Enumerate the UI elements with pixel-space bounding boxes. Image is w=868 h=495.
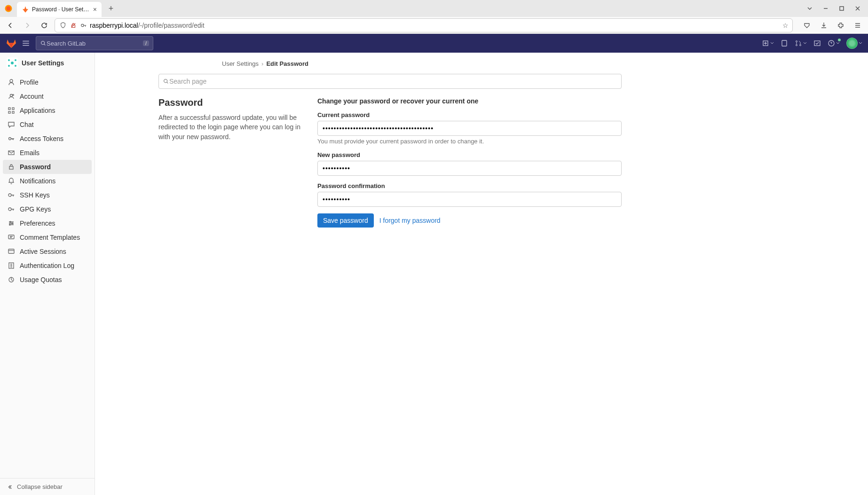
svg-point-18 [15,59,16,61]
breadcrumb-root[interactable]: User Settings [222,60,259,67]
sidebar-item-label: GPG Keys [20,205,51,213]
sidebar-item-access-tokens[interactable]: Access Tokens [3,132,92,146]
extensions-icon[interactable] [834,19,847,32]
breadcrumb-separator-icon: › [261,60,263,67]
collapse-sidebar-button[interactable]: Collapse sidebar [0,479,95,495]
sidebar-item-applications[interactable]: Applications [3,103,92,118]
current-password-input[interactable] [317,121,622,136]
bookmark-star-icon[interactable]: ☆ [782,22,789,29]
sidebar-item-chat[interactable]: Chat [3,118,92,132]
search-icon [163,78,169,85]
sidebar-item-label: Comment Templates [20,234,80,241]
sliders-icon [8,220,15,227]
shield-icon [59,22,67,29]
sidebar-item-comment-templates[interactable]: Comment Templates [3,230,92,244]
confirm-password-input[interactable] [317,192,622,207]
browser-tab-strip: Password · User Settings × + [0,0,868,17]
chat-icon [8,121,15,128]
help-dropdown[interactable] [828,39,840,47]
svg-rect-27 [12,111,14,113]
sidebar-item-profile[interactable]: Profile [3,75,92,89]
svg-point-20 [15,65,16,67]
sidebar-item-gpg-keys[interactable]: GPG Keys [3,202,92,216]
svg-point-19 [8,65,10,67]
new-password-label: New password [317,151,622,158]
log-icon [8,262,15,269]
forgot-password-link[interactable]: I forgot my password [379,217,441,224]
downloads-icon[interactable] [817,19,830,32]
search-page-input[interactable] [169,78,617,85]
svg-rect-37 [8,249,14,253]
pocket-icon[interactable] [800,19,813,32]
collapse-sidebar-label: Collapse sidebar [17,483,63,490]
svg-rect-30 [9,166,13,169]
sidebar-item-authentication-log[interactable]: Authentication Log [3,259,92,273]
reload-button[interactable] [38,19,51,32]
sidebar-header[interactable]: User Settings [0,53,95,73]
svg-point-28 [9,138,11,140]
create-new-dropdown[interactable] [762,39,774,47]
lock-icon [8,163,15,171]
sidebar-item-label: Emails [20,149,39,157]
gitlab-search[interactable]: / [36,36,153,50]
svg-point-23 [13,94,14,96]
collapse-icon [7,484,13,490]
token-icon [8,135,15,142]
sidebar-item-active-sessions[interactable]: Active Sessions [3,244,92,259]
window-close-button[interactable] [851,2,864,15]
svg-point-11 [796,45,797,46]
sidebar-item-account[interactable]: Account [3,89,92,103]
sidebar-item-label: Preferences [20,220,55,227]
svg-rect-3 [840,7,844,10]
gitlab-favicon-icon [22,6,29,13]
app-menu-icon[interactable] [851,19,864,32]
svg-point-21 [10,79,13,82]
user-menu-dropdown[interactable] [846,38,862,49]
gitlab-logo-icon[interactable] [6,38,17,49]
svg-point-31 [8,194,11,196]
gitlab-search-input[interactable] [47,40,143,47]
key-icon [8,205,15,213]
sidebar-item-label: Access Tokens [20,135,63,142]
tabs-dropdown-icon[interactable] [803,2,816,15]
svg-rect-24 [8,108,10,110]
sidebar-item-emails[interactable]: Emails [3,146,92,160]
svg-point-1 [7,7,11,11]
window-maximize-button[interactable] [835,2,848,15]
svg-point-40 [164,79,167,83]
todos-icon[interactable] [813,39,821,47]
sidebar-item-usage-quotas[interactable]: Usage Quotas [3,273,92,287]
search-shortcut-badge: / [143,40,149,46]
main-content: User Settings › Edit Password Password A… [95,53,868,495]
page-description: After a successful password update, you … [158,113,302,141]
svg-point-16 [11,62,14,64]
hamburger-menu-icon[interactable] [22,39,31,47]
save-password-button[interactable]: Save password [317,213,374,228]
sidebar-item-preferences[interactable]: Preferences [3,216,92,230]
sidebar-item-label: Profile [20,79,39,86]
new-password-input[interactable] [317,161,622,176]
search-page-box[interactable] [158,74,622,89]
user-settings-avatar-icon [7,57,18,69]
url-bar[interactable]: raspberrypi.local/-/profile/password/edi… [55,18,793,32]
close-tab-icon[interactable]: × [93,6,97,13]
breadcrumbs: User Settings › Edit Password [222,60,622,74]
breadcrumb-current: Edit Password [266,60,308,67]
svg-point-35 [9,224,10,225]
session-icon [8,248,15,255]
browser-tab[interactable]: Password · User Settings × [17,2,102,17]
new-tab-button[interactable]: + [104,4,118,14]
forward-button[interactable] [21,19,34,32]
sidebar-item-ssh-keys[interactable]: SSH Keys [3,188,92,202]
user-avatar-icon [846,38,858,49]
merge-requests-dropdown[interactable] [795,39,807,47]
sidebar-item-label: Applications [20,107,55,114]
user-icon [8,79,15,86]
back-button[interactable] [4,19,17,32]
window-minimize-button[interactable] [819,2,832,15]
sidebar-item-notifications[interactable]: Notifications [3,174,92,188]
issues-icon[interactable] [781,39,788,47]
tab-title: Password · User Settings [32,6,90,13]
sidebar-item-password[interactable]: Password [3,160,92,174]
account-icon [8,93,15,100]
